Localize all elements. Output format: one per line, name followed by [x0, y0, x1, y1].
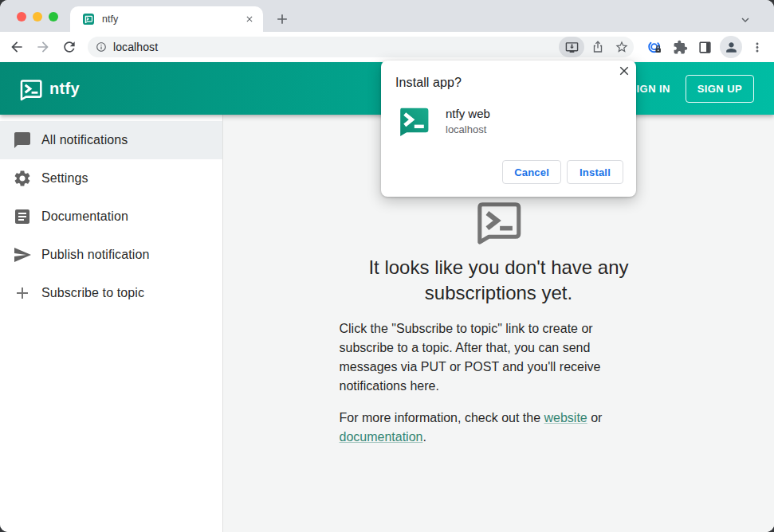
- window-close-button[interactable]: [17, 12, 26, 22]
- empty-state-paragraph: Click the "Subscribe to topic" link to c…: [340, 319, 658, 396]
- install-dialog-app-texts: ntfy web localhost: [446, 107, 490, 137]
- sidebar-item-settings[interactable]: Settings: [0, 159, 222, 198]
- window-controls: [17, 12, 58, 22]
- documentation-link[interactable]: documentation: [340, 430, 423, 444]
- reload-icon[interactable]: [61, 39, 77, 55]
- sidebar-item-subscribe-to-topic[interactable]: Subscribe to topic: [0, 274, 222, 312]
- share-icon[interactable]: [591, 40, 605, 54]
- dialog-close-icon[interactable]: [617, 64, 631, 78]
- install-dialog-actions: Cancel Install: [502, 160, 623, 184]
- browser-window: ntfy localhost: [0, 0, 774, 532]
- tab-search-chevron-icon[interactable]: [737, 13, 753, 27]
- website-link[interactable]: website: [544, 411, 587, 424]
- install-app-dialog: Install app? ntfy web localhost Cancel: [381, 61, 636, 197]
- links-paragraph-suffix: .: [422, 430, 426, 444]
- install-app-icon[interactable]: [559, 37, 584, 57]
- plus-icon: [13, 284, 32, 303]
- back-icon[interactable]: [9, 39, 25, 55]
- window-minimize-button[interactable]: [33, 12, 42, 22]
- new-tab-button[interactable]: [274, 11, 290, 27]
- links-paragraph-middle: or: [587, 411, 603, 424]
- send-icon: [13, 245, 32, 264]
- window-zoom-button[interactable]: [49, 12, 58, 22]
- sidebar-item-label: Publish notification: [41, 248, 149, 262]
- sidebar-item-label: Documentation: [41, 209, 128, 224]
- cancel-button[interactable]: Cancel: [502, 160, 561, 184]
- chat-bubble-icon: [13, 131, 32, 150]
- ntfy-logo-icon: [20, 79, 42, 102]
- tab-favicon-icon: [83, 14, 94, 25]
- navigation-drawer: All notifications Settings Documentation…: [0, 115, 223, 532]
- install-dialog-app-name: ntfy web: [446, 107, 490, 120]
- empty-state-heading: It looks like you don't have any subscri…: [340, 255, 658, 306]
- side-panel-icon[interactable]: [697, 40, 713, 55]
- brand-name: ntfy: [49, 80, 80, 98]
- install-button[interactable]: Install: [567, 160, 623, 184]
- ntfy-outline-logo-icon: [474, 202, 524, 245]
- article-icon: [13, 207, 32, 226]
- sidebar-item-all-notifications[interactable]: All notifications: [0, 121, 222, 159]
- page-info-icon[interactable]: [96, 41, 107, 53]
- sidebar-item-documentation[interactable]: Documentation: [0, 198, 222, 236]
- install-dialog-origin: localhost: [446, 123, 490, 135]
- sidebar-item-label: Subscribe to topic: [41, 286, 144, 300]
- tab-close-icon[interactable]: [242, 12, 257, 26]
- install-app-logo-icon: [398, 107, 430, 137]
- address-bar[interactable]: localhost: [88, 37, 634, 57]
- gear-icon: [13, 169, 32, 188]
- install-dialog-app-row: ntfy web localhost: [398, 107, 623, 137]
- forward-icon[interactable]: [35, 39, 51, 55]
- links-paragraph-prefix: For more information, check out the: [340, 411, 544, 424]
- address-text[interactable]: localhost: [113, 41, 158, 53]
- tab-title: ntfy: [102, 14, 242, 25]
- password-manager-extension-icon[interactable]: [647, 40, 662, 55]
- profile-avatar[interactable]: [720, 36, 742, 58]
- install-dialog-title: Install app?: [395, 76, 623, 90]
- sidebar-item-publish-notification[interactable]: Publish notification: [0, 236, 222, 274]
- extensions-puzzle-icon[interactable]: [673, 40, 688, 55]
- bookmark-star-icon[interactable]: [615, 40, 629, 54]
- tab-strip: ntfy: [0, 0, 774, 32]
- browser-toolbar: localhost: [0, 32, 774, 62]
- browser-menu-icon[interactable]: [750, 40, 764, 55]
- sidebar-item-label: Settings: [41, 171, 88, 186]
- sidebar-item-label: All notifications: [41, 133, 128, 147]
- sign-up-button[interactable]: SIGN UP: [686, 75, 754, 103]
- empty-state: It looks like you don't have any subscri…: [340, 201, 658, 447]
- empty-state-links-paragraph: For more information, check out the webs…: [340, 409, 658, 447]
- browser-tab[interactable]: ntfy: [70, 6, 263, 32]
